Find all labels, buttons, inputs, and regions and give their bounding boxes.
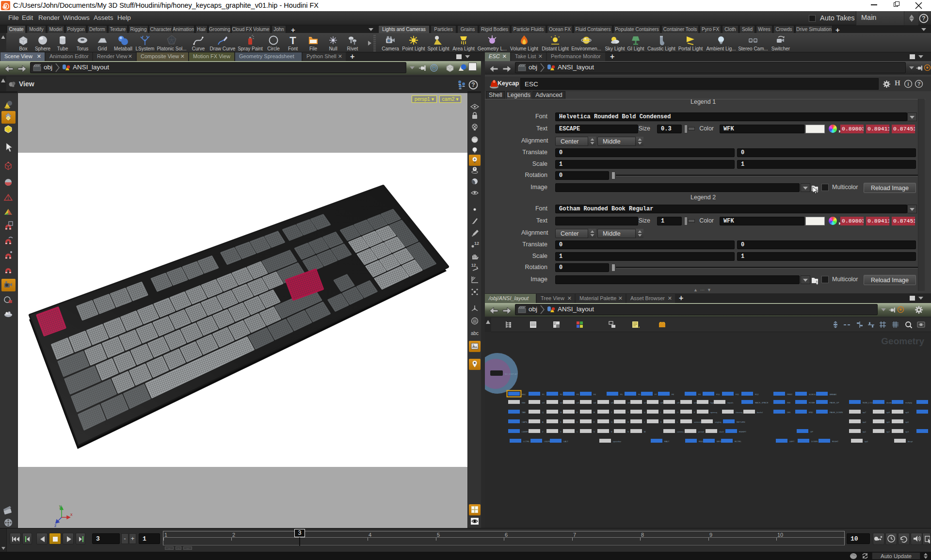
svg-text:F: F — [594, 421, 595, 423]
svg-text:F12: F12 — [755, 393, 759, 396]
svg-text:RSHIFT: RSHIFT — [739, 431, 747, 433]
svg-text:np5: np5 — [886, 421, 890, 423]
svg-text:np0: np0 — [865, 440, 868, 443]
svg-text:ESC: ESC — [522, 393, 526, 396]
svg-text:DEL: DEL — [787, 411, 791, 414]
svg-text:multiply: multiply — [905, 401, 913, 404]
svg-text:Z: Z — [542, 431, 544, 433]
svg-text:P: P — [694, 411, 695, 414]
svg-text:DOWN: DOWN — [811, 440, 818, 443]
svg-text:PAGE_DOWN: PAGE_DOWN — [830, 411, 843, 414]
svg-text:x: x — [70, 512, 73, 517]
svg-text:Y: Y — [627, 411, 629, 414]
svg-text:y: y — [59, 504, 62, 509]
svg-text:T: T — [611, 411, 612, 414]
svg-text:BREAK: BREAK — [830, 393, 836, 396]
svg-text:RCTRL: RCTRL — [735, 440, 742, 443]
svg-text:np3: np3 — [905, 431, 909, 433]
svg-text:opensq: opensq — [710, 411, 717, 414]
svg-text:np2: np2 — [886, 431, 890, 433]
svg-text:INS: INS — [787, 401, 790, 404]
svg-text:z: z — [54, 523, 57, 527]
svg-text:R: R — [594, 411, 595, 414]
svg-text:F11: F11 — [736, 393, 739, 396]
svg-text:F10: F10 — [716, 393, 720, 396]
svg-text:comma: comma — [677, 431, 684, 433]
svg-text:singleq: singleq — [715, 421, 722, 423]
svg-text:H: H — [627, 421, 629, 423]
svg-text:F5: F5 — [620, 393, 623, 396]
svg-text:divide: divide — [886, 401, 892, 404]
svg-text:O: O — [677, 411, 679, 414]
svg-text:NUM_LOCK: NUM_LOCK — [863, 401, 874, 404]
svg-text:w6: w6 — [627, 401, 630, 404]
svg-text:abc: abc — [471, 331, 479, 336]
svg-text:LALT: LALT — [563, 440, 568, 443]
svg-text:S: S — [560, 421, 562, 423]
svg-text:np9: np9 — [905, 411, 909, 414]
svg-text:F8: F8 — [672, 393, 674, 396]
svg-text:X: X — [560, 431, 562, 433]
svg-text:PRNT: PRNT — [787, 393, 793, 396]
svg-text:?: ? — [917, 81, 921, 87]
svg-text:E: E — [577, 411, 578, 414]
svg-text:U: U — [644, 411, 645, 414]
svg-text:np6: np6 — [905, 421, 909, 423]
svg-text:w5: w5 — [611, 401, 614, 404]
svg-text:period: period — [698, 431, 704, 433]
svg-text:w1: w1 — [542, 401, 545, 404]
svg-text:M: M — [644, 431, 646, 433]
svg-text:closesq: closesq — [736, 411, 743, 414]
svg-text:LSHIFT: LSHIFT — [522, 431, 529, 433]
svg-text:RETURN: RETURN — [737, 421, 745, 423]
svg-text:T: T — [289, 34, 296, 46]
svg-text:F6: F6 — [638, 393, 641, 396]
svg-text:N: N — [627, 431, 629, 433]
svg-text:J: J — [644, 421, 645, 423]
svg-text:slash: slash — [719, 431, 724, 433]
svg-text:w4: w4 — [594, 401, 596, 404]
svg-text:w8: w8 — [660, 401, 663, 404]
svg-text:?: ? — [922, 15, 925, 22]
svg-text:12: 12 — [474, 241, 479, 246]
svg-text:I: I — [660, 411, 661, 414]
svg-text:np7: np7 — [863, 411, 867, 414]
svg-text:decpt: decpt — [908, 440, 913, 443]
svg-text:END: END — [809, 411, 813, 414]
svg-text:backsl: backsl — [757, 411, 763, 414]
svg-text:NO_DISPLAY: NO_DISPLAY — [505, 373, 517, 375]
svg-text:G: G — [611, 421, 612, 423]
svg-text:A: A — [542, 421, 544, 423]
svg-text:12: 12 — [471, 263, 476, 268]
svg-text:?: ? — [471, 81, 475, 88]
svg-text:Q: Q — [542, 411, 544, 414]
svg-text:RALT: RALT — [664, 440, 670, 443]
svg-text:equals: equals — [727, 401, 733, 404]
svg-text:F1: F1 — [542, 393, 545, 396]
svg-text:np4: np4 — [863, 421, 867, 423]
svg-text:F9: F9 — [698, 393, 701, 396]
svg-text:UP: UP — [810, 431, 813, 433]
svg-text:F7: F7 — [655, 393, 658, 396]
svg-text:tilde: tilde — [522, 401, 526, 404]
svg-text:W: W — [560, 411, 562, 414]
svg-text:w2: w2 — [560, 401, 563, 404]
svg-text:RIGHT: RIGHT — [832, 440, 838, 443]
svg-text:BACK_SPACE: BACK_SPACE — [755, 401, 769, 404]
svg-text:w9: w9 — [677, 401, 680, 404]
svg-text:LEFT: LEFT — [789, 440, 795, 443]
svg-text:B: B — [611, 431, 612, 433]
svg-text:V: V — [594, 431, 595, 433]
svg-text:C: C — [577, 431, 578, 433]
svg-text:F2: F2 — [560, 393, 563, 396]
svg-text:np1: np1 — [863, 431, 867, 433]
svg-text:PAGE_UP: PAGE_UP — [830, 401, 839, 404]
svg-text:F4: F4 — [594, 393, 596, 396]
svg-text:K: K — [660, 421, 662, 423]
svg-text:LCTRL: LCTRL — [523, 440, 530, 443]
svg-text:i: i — [907, 81, 909, 87]
svg-text:D: D — [577, 421, 578, 423]
svg-text:TAB: TAB — [522, 411, 526, 414]
svg-text:np8: np8 — [886, 411, 890, 414]
svg-text:w3: w3 — [577, 401, 579, 404]
